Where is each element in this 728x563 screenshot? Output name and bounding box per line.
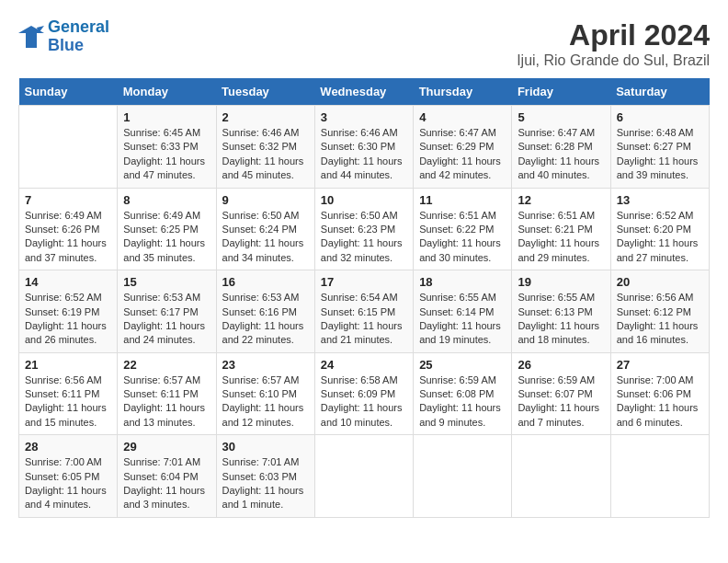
day-number: 13 bbox=[617, 193, 703, 207]
day-info: Sunrise: 6:46 AM Sunset: 6:32 PM Dayligh… bbox=[222, 126, 309, 183]
day-number: 2 bbox=[222, 110, 309, 124]
day-info: Sunrise: 6:49 AM Sunset: 6:25 PM Dayligh… bbox=[123, 209, 210, 266]
day-info: Sunrise: 6:59 AM Sunset: 6:07 PM Dayligh… bbox=[518, 373, 604, 431]
day-info: Sunrise: 6:51 AM Sunset: 6:21 PM Dayligh… bbox=[518, 209, 604, 266]
day-number: 8 bbox=[123, 193, 210, 207]
calendar-table: SundayMondayTuesdayWednesdayThursdayFrid… bbox=[18, 78, 710, 518]
day-number: 14 bbox=[25, 275, 111, 289]
day-info: Sunrise: 6:50 AM Sunset: 6:24 PM Dayligh… bbox=[222, 209, 309, 266]
calendar-cell bbox=[512, 435, 610, 518]
calendar-header-row: SundayMondayTuesdayWednesdayThursdayFrid… bbox=[19, 78, 710, 106]
day-number: 16 bbox=[222, 275, 309, 289]
calendar-week-4: 21Sunrise: 6:56 AM Sunset: 6:11 PM Dayli… bbox=[19, 352, 710, 435]
calendar-cell: 18Sunrise: 6:55 AM Sunset: 6:14 PM Dayli… bbox=[414, 270, 512, 353]
day-info: Sunrise: 6:54 AM Sunset: 6:15 PM Dayligh… bbox=[321, 291, 407, 348]
calendar-cell: 4Sunrise: 6:47 AM Sunset: 6:29 PM Daylig… bbox=[414, 106, 512, 189]
page-subtitle: Ijui, Rio Grande do Sul, Brazil bbox=[517, 52, 710, 69]
day-number: 10 bbox=[321, 193, 407, 207]
calendar-week-5: 28Sunrise: 7:00 AM Sunset: 6:05 PM Dayli… bbox=[19, 435, 710, 518]
day-number: 24 bbox=[321, 358, 407, 372]
day-info: Sunrise: 6:57 AM Sunset: 6:10 PM Dayligh… bbox=[222, 373, 309, 431]
column-header-wednesday: Wednesday bbox=[314, 78, 413, 106]
day-info: Sunrise: 6:53 AM Sunset: 6:17 PM Dayligh… bbox=[123, 291, 210, 348]
day-number: 20 bbox=[617, 275, 703, 289]
calendar-cell: 30Sunrise: 7:01 AM Sunset: 6:03 PM Dayli… bbox=[216, 435, 314, 518]
calendar-cell: 21Sunrise: 6:56 AM Sunset: 6:11 PM Dayli… bbox=[19, 352, 118, 435]
calendar-cell: 27Sunrise: 7:00 AM Sunset: 6:06 PM Dayli… bbox=[610, 352, 709, 435]
calendar-cell bbox=[414, 435, 512, 518]
day-number: 1 bbox=[123, 110, 210, 124]
page-title: April 2024 bbox=[517, 18, 710, 52]
calendar-week-3: 14Sunrise: 6:52 AM Sunset: 6:19 PM Dayli… bbox=[19, 270, 710, 353]
day-number: 26 bbox=[518, 358, 604, 372]
day-info: Sunrise: 6:55 AM Sunset: 6:13 PM Dayligh… bbox=[518, 291, 604, 348]
calendar-cell bbox=[19, 106, 118, 189]
calendar-cell: 19Sunrise: 6:55 AM Sunset: 6:13 PM Dayli… bbox=[512, 270, 610, 353]
calendar-cell: 26Sunrise: 6:59 AM Sunset: 6:07 PM Dayli… bbox=[512, 352, 610, 435]
calendar-cell: 9Sunrise: 6:50 AM Sunset: 6:24 PM Daylig… bbox=[216, 188, 314, 270]
calendar-week-1: 1Sunrise: 6:45 AM Sunset: 6:33 PM Daylig… bbox=[19, 106, 710, 189]
calendar-cell: 29Sunrise: 7:01 AM Sunset: 6:04 PM Dayli… bbox=[118, 435, 216, 518]
day-info: Sunrise: 6:45 AM Sunset: 6:33 PM Dayligh… bbox=[123, 126, 210, 183]
day-info: Sunrise: 6:53 AM Sunset: 6:16 PM Dayligh… bbox=[222, 291, 309, 348]
day-info: Sunrise: 6:56 AM Sunset: 6:12 PM Dayligh… bbox=[617, 291, 703, 348]
day-info: Sunrise: 6:47 AM Sunset: 6:29 PM Dayligh… bbox=[419, 126, 506, 183]
logo: General Blue bbox=[18, 18, 109, 55]
calendar-cell: 15Sunrise: 6:53 AM Sunset: 6:17 PM Dayli… bbox=[118, 270, 216, 353]
calendar-cell: 16Sunrise: 6:53 AM Sunset: 6:16 PM Dayli… bbox=[216, 270, 314, 353]
day-number: 9 bbox=[222, 193, 309, 207]
day-number: 21 bbox=[25, 358, 111, 372]
calendar-week-2: 7Sunrise: 6:49 AM Sunset: 6:26 PM Daylig… bbox=[19, 188, 710, 270]
column-header-saturday: Saturday bbox=[610, 78, 709, 106]
day-info: Sunrise: 7:00 AM Sunset: 6:05 PM Dayligh… bbox=[25, 455, 111, 512]
day-info: Sunrise: 7:00 AM Sunset: 6:06 PM Dayligh… bbox=[617, 373, 703, 431]
day-info: Sunrise: 6:57 AM Sunset: 6:11 PM Dayligh… bbox=[123, 373, 210, 431]
calendar-cell: 10Sunrise: 6:50 AM Sunset: 6:23 PM Dayli… bbox=[314, 188, 413, 270]
day-info: Sunrise: 6:56 AM Sunset: 6:11 PM Dayligh… bbox=[25, 373, 111, 431]
calendar-cell: 25Sunrise: 6:59 AM Sunset: 6:08 PM Dayli… bbox=[414, 352, 512, 435]
day-number: 3 bbox=[321, 110, 407, 124]
calendar-cell: 1Sunrise: 6:45 AM Sunset: 6:33 PM Daylig… bbox=[118, 106, 216, 189]
calendar-cell: 24Sunrise: 6:58 AM Sunset: 6:09 PM Dayli… bbox=[314, 352, 413, 435]
calendar-cell: 20Sunrise: 6:56 AM Sunset: 6:12 PM Dayli… bbox=[610, 270, 709, 353]
column-header-friday: Friday bbox=[512, 78, 610, 106]
day-number: 7 bbox=[25, 193, 111, 207]
day-info: Sunrise: 6:50 AM Sunset: 6:23 PM Dayligh… bbox=[321, 209, 407, 266]
day-number: 6 bbox=[617, 110, 703, 124]
day-number: 29 bbox=[123, 440, 210, 454]
page-header: General Blue April 2024 Ijui, Rio Grande… bbox=[18, 18, 710, 69]
day-number: 4 bbox=[419, 110, 506, 124]
day-number: 17 bbox=[321, 275, 407, 289]
logo-icon bbox=[18, 24, 44, 50]
calendar-cell: 23Sunrise: 6:57 AM Sunset: 6:10 PM Dayli… bbox=[216, 352, 314, 435]
column-header-tuesday: Tuesday bbox=[216, 78, 314, 106]
calendar-cell: 28Sunrise: 7:00 AM Sunset: 6:05 PM Dayli… bbox=[19, 435, 118, 518]
day-number: 12 bbox=[518, 193, 604, 207]
day-info: Sunrise: 6:48 AM Sunset: 6:27 PM Dayligh… bbox=[617, 126, 703, 183]
day-info: Sunrise: 7:01 AM Sunset: 6:04 PM Dayligh… bbox=[123, 455, 210, 512]
calendar-cell: 22Sunrise: 6:57 AM Sunset: 6:11 PM Dayli… bbox=[118, 352, 216, 435]
day-number: 15 bbox=[123, 275, 210, 289]
calendar-cell: 14Sunrise: 6:52 AM Sunset: 6:19 PM Dayli… bbox=[19, 270, 118, 353]
calendar-cell bbox=[610, 435, 709, 518]
day-info: Sunrise: 6:52 AM Sunset: 6:20 PM Dayligh… bbox=[617, 209, 703, 266]
day-info: Sunrise: 7:01 AM Sunset: 6:03 PM Dayligh… bbox=[222, 455, 309, 512]
day-number: 22 bbox=[123, 358, 210, 372]
day-info: Sunrise: 6:55 AM Sunset: 6:14 PM Dayligh… bbox=[419, 291, 506, 348]
day-number: 5 bbox=[518, 110, 604, 124]
day-info: Sunrise: 6:59 AM Sunset: 6:08 PM Dayligh… bbox=[419, 373, 506, 431]
calendar-cell: 12Sunrise: 6:51 AM Sunset: 6:21 PM Dayli… bbox=[512, 188, 610, 270]
day-number: 18 bbox=[419, 275, 506, 289]
column-header-sunday: Sunday bbox=[19, 78, 118, 106]
calendar-cell: 8Sunrise: 6:49 AM Sunset: 6:25 PM Daylig… bbox=[118, 188, 216, 270]
day-number: 27 bbox=[617, 358, 703, 372]
calendar-cell bbox=[314, 435, 413, 518]
day-info: Sunrise: 6:46 AM Sunset: 6:30 PM Dayligh… bbox=[321, 126, 407, 183]
day-number: 11 bbox=[419, 193, 506, 207]
calendar-cell: 13Sunrise: 6:52 AM Sunset: 6:20 PM Dayli… bbox=[610, 188, 709, 270]
calendar-cell: 3Sunrise: 6:46 AM Sunset: 6:30 PM Daylig… bbox=[314, 106, 413, 189]
day-number: 28 bbox=[25, 440, 111, 454]
day-number: 30 bbox=[222, 440, 309, 454]
day-info: Sunrise: 6:58 AM Sunset: 6:09 PM Dayligh… bbox=[321, 373, 407, 431]
day-info: Sunrise: 6:47 AM Sunset: 6:28 PM Dayligh… bbox=[518, 126, 604, 183]
